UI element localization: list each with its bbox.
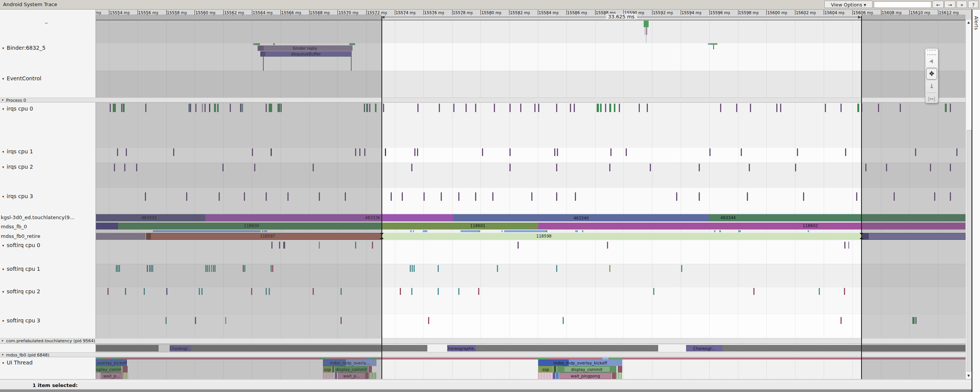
trace-tick[interactable] (741, 148, 742, 156)
trace-tick[interactable] (699, 192, 700, 201)
palette-drag-handle[interactable] (927, 50, 936, 55)
trace-tick[interactable] (575, 192, 576, 201)
trace-tick[interactable] (439, 104, 440, 112)
trace-slice[interactable] (556, 372, 559, 379)
trace-tick[interactable] (534, 104, 535, 112)
trace-slice-mdss-mdp-overlay-kickoff[interactable]: mdss_mdp_overlay_kickoff (538, 359, 622, 366)
sidebar-item-irqs-cpu-0[interactable]: ▾irqs cpu 0 (2, 106, 33, 112)
trace-slice-display-commit[interactable]: display_commit (557, 366, 617, 372)
selection-line-right[interactable] (861, 16, 862, 379)
trace-slice[interactable] (538, 372, 552, 379)
trace-tick[interactable] (607, 242, 608, 249)
trace-tick[interactable] (423, 192, 425, 201)
trace-tick[interactable] (509, 148, 511, 156)
trace-slice[interactable] (427, 345, 447, 351)
trace-tick[interactable] (509, 104, 511, 112)
expander-icon[interactable]: ▾ (2, 244, 4, 247)
trace-slice[interactable] (575, 230, 578, 232)
trace-tick[interactable] (458, 288, 459, 295)
trace-tick[interactable] (509, 164, 511, 171)
trace-tick[interactable] (795, 164, 796, 171)
expander-icon[interactable]: ▾ (2, 107, 4, 111)
trace-tick[interactable] (556, 104, 557, 112)
trace-tick[interactable] (803, 192, 804, 201)
trace-slice[interactable] (618, 366, 622, 372)
trace-tick[interactable] (482, 148, 483, 156)
trace-tick[interactable] (538, 104, 539, 112)
trace-tick[interactable] (753, 288, 754, 295)
more-button[interactable]: » (957, 1, 967, 8)
pan-tool-icon[interactable]: ✥ (926, 68, 937, 80)
sidebar-item-softirq-cpu-2[interactable]: ▾softirq cpu 2 (2, 288, 40, 294)
sidebar-item-mdss-fb0-retire[interactable]: mdss_fb0_retire (1, 233, 40, 239)
zoom-tool-icon[interactable]: ↓ (926, 81, 937, 92)
sidebar-item-softirq-cpu-1[interactable]: ▾softirq cpu 1 (2, 266, 40, 272)
trace-slice-choreographe-[interactable]: Choreographe... (447, 345, 476, 351)
selection-line-left[interactable] (381, 16, 382, 379)
expander-icon[interactable]: ▾ (2, 150, 4, 154)
nav-back-button[interactable]: ← (933, 1, 944, 8)
trace-slice-118601[interactable] (381, 223, 538, 229)
trace-tick[interactable] (385, 148, 386, 156)
trace-tick[interactable] (797, 148, 798, 156)
expander-icon[interactable]: ▾ (2, 165, 4, 169)
trace-slice[interactable] (617, 372, 623, 379)
sidebar-item-eventcontrol[interactable]: ▾EventControl (2, 75, 41, 81)
process-header-com-prefabulated[interactable]: ▸com.prefabulated.touchlatency (pid 9564… (0, 338, 965, 344)
trace-tick[interactable] (776, 104, 777, 112)
trace-tick[interactable] (825, 104, 826, 112)
trace-tick[interactable] (605, 104, 606, 112)
trace-tick[interactable] (750, 104, 751, 112)
sidebar-item-irqs-cpu-1[interactable]: ▾irqs cpu 1 (2, 148, 33, 155)
trace-tick[interactable] (531, 192, 532, 201)
help-button[interactable]: ? (968, 1, 978, 8)
trace-tick[interactable] (556, 192, 557, 201)
trace-tick[interactable] (857, 104, 859, 112)
expander-icon[interactable]: ▾ (2, 98, 3, 102)
trace-tick[interactable] (720, 104, 721, 112)
trace-slice[interactable] (644, 21, 649, 27)
trace-slice[interactable] (658, 345, 686, 351)
trace-tick[interactable] (520, 104, 521, 112)
trace-tick[interactable] (747, 192, 748, 201)
trace-tick[interactable] (653, 288, 654, 295)
trace-tick[interactable] (639, 104, 640, 112)
sidebar-item-softirq-cpu-3[interactable]: ▾softirq cpu 3 (2, 317, 40, 324)
trace-tick[interactable] (681, 265, 682, 272)
trace-tick[interactable] (428, 317, 429, 324)
trace-tick[interactable] (840, 317, 842, 324)
scrollbar-thumb[interactable] (967, 130, 972, 372)
trace-tick[interactable] (600, 104, 602, 112)
trace-tick[interactable] (650, 164, 651, 171)
trace-slice[interactable] (714, 230, 716, 232)
trace-tick[interactable] (574, 104, 575, 112)
trace-tick[interactable] (475, 104, 476, 112)
timing-tool-icon[interactable]: |↔| (926, 93, 937, 105)
trace-tick[interactable] (736, 104, 737, 112)
trace-tick[interactable] (441, 192, 442, 201)
sidebar-item-blank[interactable]: _ (45, 18, 48, 23)
trace-tick[interactable] (557, 148, 558, 156)
trace-tick[interactable] (609, 164, 610, 171)
view-options-button[interactable]: View Options ▾ (824, 1, 873, 8)
sidebar-item-softirq-cpu-0[interactable]: ▾softirq cpu 0 (2, 242, 40, 248)
trace-tick[interactable] (676, 192, 677, 201)
trace-tick[interactable] (478, 288, 479, 295)
trace-slice-463340[interactable]: 463340 (453, 214, 709, 221)
trace-slice[interactable] (410, 230, 412, 232)
trace-tick[interactable] (414, 265, 415, 272)
trace-slice[interactable] (461, 230, 479, 232)
trace-slice[interactable] (504, 230, 546, 232)
trace-tick[interactable] (438, 265, 439, 272)
trace-tick[interactable] (597, 104, 599, 112)
trace-tick[interactable] (383, 104, 384, 112)
trace-slice[interactable] (553, 366, 557, 372)
trace-slice[interactable] (553, 372, 555, 379)
sidebar-item-ui-thread[interactable]: ▾UI Thread (2, 359, 32, 366)
trace-tick[interactable] (417, 104, 419, 112)
sidebar-item-irqs-cpu-3[interactable]: ▾irqs cpu 3 (2, 193, 33, 199)
trace-slice[interactable] (740, 230, 741, 232)
trace-tick[interactable] (438, 288, 439, 295)
search-input[interactable] (874, 1, 931, 8)
expander-icon[interactable]: ▸ (2, 339, 3, 342)
